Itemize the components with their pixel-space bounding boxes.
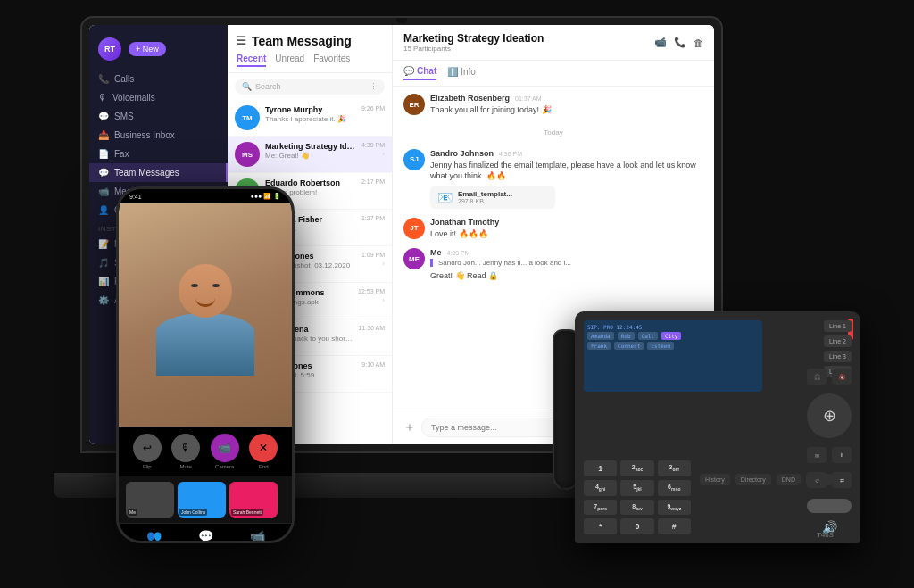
- volume-slider[interactable]: [807, 499, 852, 513]
- key-2[interactable]: 2abc: [620, 460, 653, 476]
- showtime-icon: 🎵: [98, 258, 109, 268]
- key-0[interactable]: 0: [620, 518, 653, 534]
- key-pound[interactable]: #: [658, 518, 691, 534]
- desk-phone-body: SIP: PRO 12:24:45 Amanda Rob Call City F…: [575, 311, 860, 543]
- sidebar-item-calls-label: Calls: [114, 74, 134, 84]
- conv-time-tyrone: 9:26 PM: [361, 105, 385, 112]
- end-label: End: [259, 464, 269, 469]
- message-button[interactable]: ✉: [807, 447, 827, 463]
- headset-button[interactable]: 🎧: [807, 369, 827, 385]
- file-info: Email_templat... 297.8 KB: [458, 190, 512, 204]
- search-options-icon[interactable]: ⋮: [370, 82, 378, 91]
- end-call-button[interactable]: ✕: [249, 434, 278, 462]
- mute-label: Mute: [180, 464, 192, 469]
- tab-recent[interactable]: Recent: [237, 54, 266, 67]
- key-9[interactable]: 9wxyz: [658, 500, 691, 515]
- key-4[interactable]: 4ghi: [584, 480, 617, 495]
- line-btn-2[interactable]: Line 2: [824, 335, 852, 347]
- video-call-icon[interactable]: 📹: [654, 37, 667, 48]
- search-box[interactable]: 🔍 Search ⋮: [235, 79, 385, 95]
- conversation-header: ☰ Team Messaging Recent Unread Favorites: [228, 25, 392, 73]
- avatar-marketing: MS: [235, 142, 260, 167]
- flip-label: Flip: [143, 464, 152, 469]
- sidebar-item-business-inbox[interactable]: 📥 Business Inbox: [89, 126, 228, 145]
- desk-right-controls: 🎧 🔇 ⊕ ✉ ⏸ ↺ ⇄ 🔊: [807, 369, 852, 534]
- reports-icon: 📊: [98, 277, 109, 286]
- sidebar-item-calls[interactable]: 📞 Calls: [89, 70, 228, 88]
- desk-mute-button[interactable]: 🔇: [832, 369, 852, 385]
- ctrl-end[interactable]: ✕ End: [249, 434, 278, 469]
- conv-time-lily: 12:53 PM: [358, 288, 385, 294]
- conv-preview-marketing: Me: Great! 👋: [265, 152, 356, 160]
- chat-header: Marketing Strategy Ideation 15 Participa…: [393, 25, 714, 61]
- chat-subtitle: 15 Participants: [403, 45, 544, 53]
- delete-icon[interactable]: 🗑: [694, 37, 703, 48]
- key-3[interactable]: 3def: [658, 460, 691, 476]
- message-sandro: SJ Sandro Johnson 4:36 PM Jenny has fina…: [403, 149, 703, 209]
- conv-item-tyrone[interactable]: TM Tyrone Murphy Thanks I appreciate it.…: [228, 100, 392, 137]
- conv-item-marketing[interactable]: MS Marketing Strategy Ideation Me: Great…: [228, 137, 392, 173]
- file-name: Email_templat...: [458, 190, 512, 198]
- key-1[interactable]: 1: [584, 460, 617, 476]
- msg-text-jonathan: Love it! 🔥🔥🔥: [430, 228, 703, 240]
- date-divider-today: Today: [403, 128, 703, 137]
- key-6[interactable]: 6mno: [658, 480, 691, 495]
- tab-favorites[interactable]: Favorites: [313, 54, 350, 67]
- sidebar-item-team-messages[interactable]: 💬 Team Messages: [89, 163, 228, 182]
- notes-icon: 📝: [98, 239, 109, 249]
- desk-model-label: T46S: [817, 531, 834, 539]
- avatar: RT: [98, 37, 121, 61]
- camera-button[interactable]: 📹: [211, 434, 239, 462]
- message-jonathan: JT Jonathan Timothy Love it! 🔥🔥🔥: [403, 218, 703, 240]
- msg-header-elizabeth: Elizabeth Rosenberg 01:37 AM: [430, 94, 703, 103]
- desk-screen-main: Amanda Rob Call City Frank Connect Estee…: [587, 332, 759, 350]
- key-star[interactable]: *: [584, 518, 617, 534]
- hamburger-icon[interactable]: ☰: [237, 35, 246, 47]
- sidebar-item-sms[interactable]: 💬 SMS: [89, 107, 228, 126]
- sidebar-item-fax[interactable]: 📄 Fax: [89, 145, 228, 163]
- thumb-me-label: Me: [128, 509, 137, 516]
- tab-chat[interactable]: 💬 Chat: [403, 66, 436, 80]
- phone-body: 9:41 ●●● 📶 🔋: [116, 186, 295, 543]
- avatar-elizabeth: ER: [403, 94, 425, 115]
- phone-call-icon[interactable]: 📞: [674, 37, 686, 48]
- msg-content-elizabeth: Elizabeth Rosenberg 01:37 AM Thank you a…: [430, 94, 703, 116]
- file-attachment-email[interactable]: 📧 Email_templat... 297.8 KB: [430, 186, 555, 209]
- thumb-me: Me: [126, 482, 174, 518]
- chat-title: Marketing Strategy Ideation: [403, 32, 544, 45]
- key-5[interactable]: 5jkl: [620, 480, 653, 495]
- ctrl-flip[interactable]: ↩ Flip: [133, 434, 162, 469]
- directory-button[interactable]: Directory: [735, 474, 771, 485]
- mute-button[interactable]: 🎙: [171, 434, 200, 462]
- redial-button[interactable]: ↺: [807, 472, 827, 488]
- flip-button[interactable]: ↩: [133, 434, 162, 462]
- key-7[interactable]: 7pqrs: [584, 500, 617, 515]
- tab-info[interactable]: ℹ️ Info: [447, 66, 476, 80]
- ctrl-camera[interactable]: 📹 Camera: [211, 434, 239, 469]
- conv-name-tyrone: Tyrone Murphy: [265, 105, 356, 114]
- ctrl-mute[interactable]: 🎙 Mute: [171, 434, 200, 469]
- new-button[interactable]: + New: [129, 42, 166, 56]
- key-8[interactable]: 8tuv: [620, 500, 653, 515]
- phone-status-bar: 9:41 ●●● 📶 🔋: [119, 189, 292, 203]
- transfer-button[interactable]: ⇄: [832, 472, 852, 488]
- avatar-me: ME: [403, 248, 425, 269]
- add-attachment-button[interactable]: ＋: [403, 419, 416, 435]
- conv-name-marketing: Marketing Strategy Ideation: [265, 142, 356, 151]
- nav-messages-icon[interactable]: 💬: [198, 529, 213, 541]
- dnd-button[interactable]: DND: [777, 474, 801, 485]
- history-button[interactable]: History: [700, 474, 730, 485]
- nav-circle[interactable]: ⊕: [807, 393, 852, 438]
- nav-contacts-icon[interactable]: 👥: [146, 529, 162, 541]
- phone-bottom-bar: 👥 💬 📹: [119, 523, 292, 541]
- hold-button[interactable]: ⏸: [832, 447, 852, 463]
- inbox-icon: 📥: [98, 130, 109, 140]
- meetings-icon: 📹: [98, 186, 109, 196]
- sidebar-item-voicemails[interactable]: 🎙 Voicemails: [89, 88, 228, 107]
- line-btn-3[interactable]: Line 3: [824, 351, 852, 362]
- conv-arrow-marketing: ›: [382, 150, 385, 158]
- tab-unread[interactable]: Unread: [275, 54, 304, 67]
- thumb-sarah-label: Sarah Bennett: [231, 509, 263, 516]
- line-btn-1[interactable]: Line 1: [824, 320, 852, 332]
- nav-video-icon[interactable]: 📹: [250, 529, 265, 541]
